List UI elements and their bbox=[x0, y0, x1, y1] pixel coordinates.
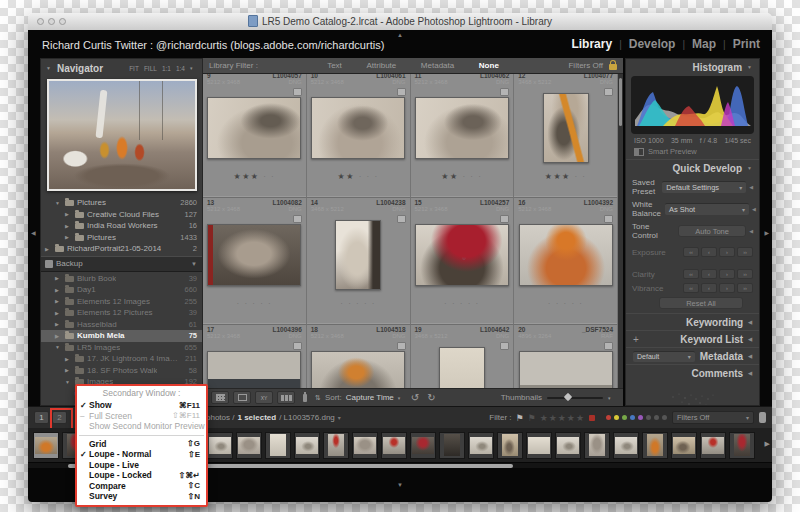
chevron-right-icon[interactable]: ▶ bbox=[55, 287, 62, 293]
grid-scrollbar[interactable] bbox=[618, 74, 623, 388]
photo-thumbnail[interactable] bbox=[519, 224, 613, 286]
chevron-down-icon[interactable]: ▾ bbox=[338, 414, 341, 421]
navigator-header[interactable]: ▼ Navigator FIT FILL 1:1 1:4 ▾ bbox=[41, 59, 202, 77]
chevron-right-icon[interactable]: ▶ bbox=[65, 367, 72, 373]
module-library[interactable]: Library bbox=[571, 37, 612, 51]
painter-tool-icon[interactable] bbox=[303, 394, 307, 402]
filmstrip-next-icon[interactable]: ▶ bbox=[765, 440, 770, 448]
filmstrip-thumb[interactable] bbox=[265, 432, 291, 459]
flag-reject-icon[interactable]: ⚑ bbox=[528, 413, 536, 423]
metadata-preset-dropdown[interactable]: Default▾ bbox=[633, 351, 695, 362]
collapse-right-panel-icon[interactable]: ▶ bbox=[764, 230, 769, 236]
chevron-down-icon[interactable]: ▼ bbox=[55, 344, 62, 350]
panel-switch-icon[interactable]: ◀ bbox=[752, 206, 756, 212]
menu-item-compare[interactable]: Compare⇧C bbox=[77, 481, 206, 492]
navigator-preview-image[interactable] bbox=[47, 79, 197, 191]
chevron-right-icon[interactable]: ▶ bbox=[55, 298, 62, 304]
folder-kumbh-mela[interactable]: ▶Kumbh Mela75 bbox=[41, 330, 202, 342]
color-label-dot[interactable] bbox=[654, 415, 659, 420]
filter-tab-attribute[interactable]: Attribute bbox=[366, 61, 396, 70]
filmstrip-thumb[interactable] bbox=[584, 432, 610, 459]
grid-view-button[interactable] bbox=[211, 391, 229, 404]
filter-lock-icon[interactable] bbox=[609, 64, 617, 70]
thumbnail-badge-icon[interactable] bbox=[397, 342, 406, 350]
filmstrip-thumb[interactable] bbox=[352, 432, 378, 459]
filmstrip-thumb[interactable] bbox=[729, 432, 755, 459]
grid-cell-15[interactable]: 15L10042575212 x 3468DNG · · · · · bbox=[411, 198, 515, 325]
thumbnail-badge-icon[interactable] bbox=[604, 215, 613, 223]
folder-india-road-workers[interactable]: ▶India Road Workers16 bbox=[41, 220, 202, 232]
folder-pictures[interactable]: ▼Pictures2860 bbox=[41, 197, 202, 209]
module-map[interactable]: Map bbox=[692, 37, 716, 51]
folder-lr5-images[interactable]: ▼LR5 Images655 bbox=[41, 342, 202, 354]
thumbnail-badge-icon[interactable] bbox=[293, 88, 302, 96]
chevron-right-icon[interactable]: ▶ bbox=[55, 310, 62, 316]
grid-scrollbar-thumb[interactable] bbox=[619, 78, 622, 126]
flag-pick-icon[interactable]: ⚑ bbox=[516, 413, 524, 423]
grid-cell-14[interactable]: 14L10042383468 x 5212DNG · · · · · bbox=[307, 198, 411, 325]
stepper-button[interactable]: › bbox=[719, 247, 735, 257]
rotate-left-icon[interactable]: ↺ bbox=[411, 392, 419, 403]
module-develop[interactable]: Develop bbox=[629, 37, 676, 51]
module-print[interactable]: Print bbox=[733, 37, 760, 51]
white-balance-dropdown[interactable]: As Shot▾ bbox=[665, 203, 749, 215]
photo-thumbnail[interactable] bbox=[439, 347, 485, 388]
slider-knob[interactable] bbox=[564, 392, 572, 400]
filter-tab-metadata[interactable]: Metadata bbox=[421, 61, 454, 70]
zoom-fit[interactable]: FIT bbox=[129, 65, 139, 72]
filter-tab-none[interactable]: None bbox=[479, 61, 499, 70]
loupe-view-button[interactable] bbox=[233, 391, 251, 404]
collapse-top-panel-icon[interactable]: ▲ bbox=[397, 32, 403, 38]
filter-tab-text[interactable]: Text bbox=[327, 61, 342, 70]
thumbnail-badge-icon[interactable] bbox=[293, 342, 302, 350]
menu-item-loupe-locked[interactable]: Loupe - Locked⇧⌘↵ bbox=[77, 470, 206, 481]
color-label-dot[interactable] bbox=[630, 415, 635, 420]
cell-rating[interactable]: · · · · · bbox=[203, 298, 306, 310]
toolbar-chevron-icon[interactable]: ▾ bbox=[608, 395, 615, 401]
rotate-right-icon[interactable]: ↻ bbox=[427, 392, 435, 403]
folder-18-sf-photos-walk[interactable]: ▶18. SF Photos Walk58 bbox=[41, 365, 202, 377]
thumbnail-badge-icon[interactable] bbox=[500, 215, 509, 223]
add-keyword-icon[interactable]: + bbox=[633, 334, 639, 345]
folder-elements-12-images[interactable]: ▶Elements 12 Images255 bbox=[41, 296, 202, 308]
main-monitor-button[interactable]: 1 bbox=[34, 411, 49, 424]
survey-view-button[interactable] bbox=[277, 391, 295, 404]
filmstrip-thumb[interactable] bbox=[497, 432, 523, 459]
chevron-right-icon[interactable]: ▶ bbox=[55, 333, 62, 339]
thumbnail-badge-icon[interactable] bbox=[397, 88, 406, 96]
smart-preview-row[interactable]: Smart Preview bbox=[626, 145, 759, 159]
photo-thumbnail[interactable] bbox=[415, 97, 509, 159]
color-label-dot[interactable] bbox=[614, 415, 619, 420]
color-label-dot[interactable] bbox=[606, 415, 611, 420]
grid-cell-16[interactable]: 16L10043925212 x 3468DNG · · · · · bbox=[514, 198, 618, 325]
collapse-bottom-panel-icon[interactable]: ▼ bbox=[397, 482, 403, 488]
metadata-header[interactable]: Default▾Metadata◀ bbox=[626, 347, 759, 364]
chevron-right-icon[interactable]: ▶ bbox=[55, 321, 62, 327]
cell-rating[interactable]: ★★ · · · bbox=[411, 171, 514, 183]
histogram-header[interactable]: Histogram▼ bbox=[626, 59, 759, 75]
folder-day1[interactable]: ▶Day1660 bbox=[41, 284, 202, 296]
zoom-1-1[interactable]: 1:1 bbox=[162, 65, 171, 72]
filmstrip-thumb[interactable] bbox=[613, 432, 639, 459]
photo-thumbnail[interactable] bbox=[207, 351, 301, 388]
thumbnail-badge-icon[interactable] bbox=[397, 215, 406, 223]
photo-thumbnail[interactable] bbox=[519, 351, 613, 388]
chevron-down-icon[interactable]: ▼ bbox=[55, 200, 62, 206]
filmstrip-thumb[interactable] bbox=[381, 432, 407, 459]
clarity-steppers[interactable]: ‹‹‹››› bbox=[683, 269, 753, 279]
grid-cell-17[interactable]: 17L10043965212 x 3468DNG bbox=[203, 325, 307, 388]
vibrance-steppers[interactable]: ‹‹‹››› bbox=[683, 283, 753, 293]
photo-thumbnail[interactable] bbox=[207, 97, 301, 159]
menu-item-grid[interactable]: Grid⇧G bbox=[77, 439, 206, 450]
folder-richardportrait21-05-2014[interactable]: ▶RichardPortrait21-05-20142 bbox=[41, 243, 202, 255]
quick-develop-header[interactable]: Quick Develop▼ bbox=[626, 159, 759, 176]
thumbnail-badge-icon[interactable] bbox=[500, 342, 509, 350]
star-filter[interactable]: ★★★★★ bbox=[540, 413, 585, 423]
stepper-button[interactable]: ‹ bbox=[701, 247, 717, 257]
cell-rating[interactable]: · · · · · bbox=[514, 298, 617, 310]
auto-tone-button[interactable]: Auto Tone bbox=[678, 225, 746, 237]
photo-thumbnail[interactable] bbox=[543, 93, 589, 163]
filmstrip-thumb[interactable] bbox=[555, 432, 581, 459]
grid-cell-9[interactable]: 9L10040575212 x 3468DNG★★★ · · bbox=[203, 74, 307, 198]
filmstrip-thumb[interactable] bbox=[642, 432, 668, 459]
